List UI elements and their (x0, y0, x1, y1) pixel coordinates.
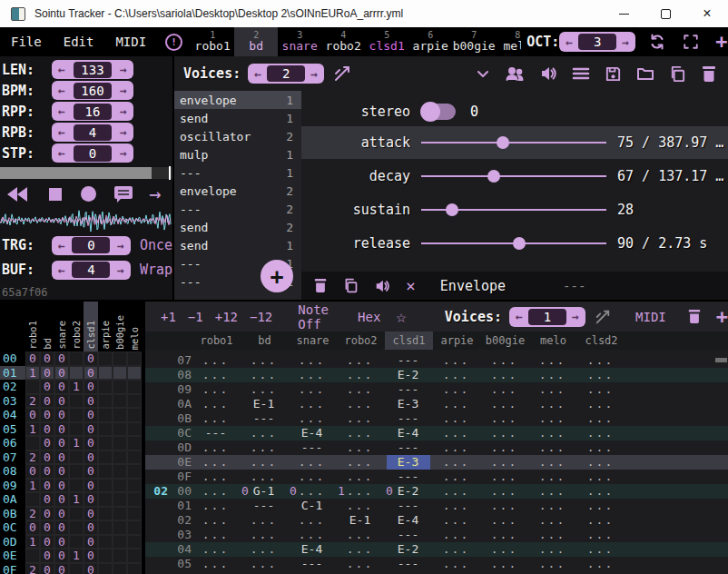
tab-robo1[interactable]: 1robo1 (191, 27, 234, 56)
order-cell[interactable]: 0 (54, 422, 69, 437)
pattern-cell[interactable]: ... (576, 368, 625, 382)
pattern-cell[interactable]: ... (576, 513, 625, 528)
pattern-cell[interactable]: C-1 (288, 499, 336, 513)
pattern-cell[interactable]: ... (336, 542, 384, 557)
pattern-row[interactable]: 0D......---...---............ (145, 440, 728, 455)
order-cell[interactable]: 1 (69, 549, 84, 563)
order-cell[interactable] (127, 422, 142, 437)
pattern-cell[interactable]: ... (288, 411, 336, 426)
order-row[interactable]: 060010 (0, 436, 145, 450)
add-instrument-button[interactable]: + (715, 32, 727, 52)
pattern-track-header-b00gie[interactable]: b00gie (481, 332, 529, 350)
copy-unit-icon[interactable] (343, 278, 359, 293)
order-cell[interactable] (25, 380, 40, 394)
pattern-cell[interactable]: ... (288, 397, 336, 411)
recompile-icon[interactable] (648, 33, 666, 51)
tab-b00gie[interactable]: 7b00gie (452, 27, 496, 56)
pattern-cell[interactable]: ... (288, 528, 336, 542)
stepper-value[interactable]: 4 (72, 262, 110, 278)
pattern-cell[interactable]: ... (240, 528, 288, 542)
pattern-cell[interactable]: ... (576, 470, 625, 484)
pattern-cell[interactable]: ... (192, 411, 240, 426)
order-cell[interactable]: 0 (84, 422, 98, 437)
pattern-cell[interactable]: ... (336, 411, 384, 426)
pattern-cell[interactable]: --- (384, 557, 432, 571)
stepper-decrement[interactable]: ← (53, 239, 71, 252)
pattern-cell[interactable]: ... (288, 382, 336, 397)
stepper-decrement[interactable]: ← (53, 104, 71, 118)
song-progress-bar[interactable] (0, 167, 172, 179)
pattern-cell[interactable]: E-4 (288, 426, 336, 440)
order-cell[interactable]: 0 (84, 408, 98, 422)
pattern-cell[interactable]: ... (192, 484, 240, 499)
order-cell[interactable] (98, 549, 113, 563)
stereo-toggle[interactable] (421, 104, 456, 120)
pattern-row[interactable]: 09............---............ (145, 382, 728, 397)
order-track-header-snare[interactable]: snare (54, 302, 69, 351)
pattern-cell[interactable]: E-2 (384, 542, 432, 557)
order-cell[interactable] (113, 535, 127, 549)
pattern-cell[interactable]: 0G-1 (240, 484, 288, 499)
pattern-cell[interactable]: ... (528, 368, 576, 382)
close-button[interactable]: × (686, 0, 728, 27)
pattern-cell[interactable]: ... (480, 528, 528, 542)
slider-thumb[interactable] (487, 170, 500, 183)
pattern-cell[interactable]: E-1 (336, 513, 384, 528)
delete-pattern-icon[interactable] (687, 309, 702, 324)
order-cell[interactable] (113, 492, 127, 507)
order-track-header-robo1[interactable]: robo1 (25, 302, 40, 351)
order-cell[interactable] (113, 351, 127, 366)
order-cell[interactable] (127, 450, 142, 465)
pattern-row[interactable]: 03............---............ (145, 528, 728, 542)
order-row[interactable]: 091000 (0, 479, 145, 493)
order-cell[interactable] (127, 549, 142, 563)
order-cell[interactable]: 0 (25, 464, 40, 479)
order-cell[interactable] (69, 394, 84, 409)
pattern-cursor[interactable]: E-3 (387, 455, 430, 470)
unit-speaker-icon[interactable] (374, 278, 390, 294)
pattern-cell[interactable]: E-1 (240, 397, 288, 411)
pattern-cell[interactable]: ... (576, 455, 625, 470)
song-setting-stepper[interactable]: ←133→ (52, 60, 133, 79)
pattern-cell[interactable]: ... (336, 557, 384, 571)
pattern-cell[interactable]: ... (576, 499, 625, 513)
order-cell[interactable]: 0 (54, 479, 69, 493)
order-cell[interactable]: 0 (84, 366, 98, 381)
pattern-track-header-snare[interactable]: snare (289, 332, 337, 350)
pattern-cell[interactable]: ... (192, 397, 240, 411)
pattern-cell[interactable]: ... (576, 484, 625, 499)
scrollbar-thumb[interactable] (715, 358, 727, 362)
pattern-row[interactable]: 08............E-2............ (145, 368, 728, 382)
order-cell[interactable]: 0 (54, 507, 69, 521)
alert-icon[interactable]: ! (165, 34, 182, 51)
pattern-cell[interactable]: ... (528, 484, 576, 499)
pattern-cell[interactable]: ... (432, 382, 480, 397)
order-cell[interactable]: 1 (25, 479, 40, 493)
order-cell[interactable]: 0 (40, 492, 54, 507)
pattern-cell[interactable]: --- (192, 426, 240, 440)
order-row[interactable]: 0B2000 (0, 507, 145, 521)
split-voices-icon[interactable] (333, 64, 351, 83)
pattern-cell[interactable]: 0E-2 (384, 484, 432, 499)
pattern-cell[interactable]: ... (480, 411, 528, 426)
order-row[interactable]: 072000 (0, 450, 145, 465)
order-cell[interactable]: 0 (54, 394, 69, 409)
order-cell[interactable]: 2 (25, 563, 40, 574)
add-unit-button[interactable]: + (261, 260, 293, 292)
song-setting-stepper[interactable]: ←160→ (52, 81, 133, 100)
pattern-cell[interactable]: ... (432, 557, 480, 571)
order-cell[interactable] (127, 479, 142, 493)
stepper-increment[interactable]: → (112, 263, 130, 277)
pattern-cell[interactable]: ... (576, 440, 625, 455)
order-row[interactable]: 0F2000 (0, 563, 145, 574)
order-row[interactable]: 011000 (0, 366, 145, 381)
order-cell[interactable] (69, 366, 84, 381)
pattern-cell[interactable]: ... (240, 542, 288, 557)
order-row[interactable]: 0C0000 (0, 520, 145, 535)
pattern-cell[interactable]: ... (480, 513, 528, 528)
order-cell[interactable] (127, 408, 142, 422)
order-cell[interactable]: 0 (40, 520, 54, 535)
order-cell[interactable]: 1 (69, 492, 84, 507)
transpose-down-1-button[interactable]: −1 (188, 310, 203, 324)
order-cell[interactable]: 0 (40, 450, 54, 465)
